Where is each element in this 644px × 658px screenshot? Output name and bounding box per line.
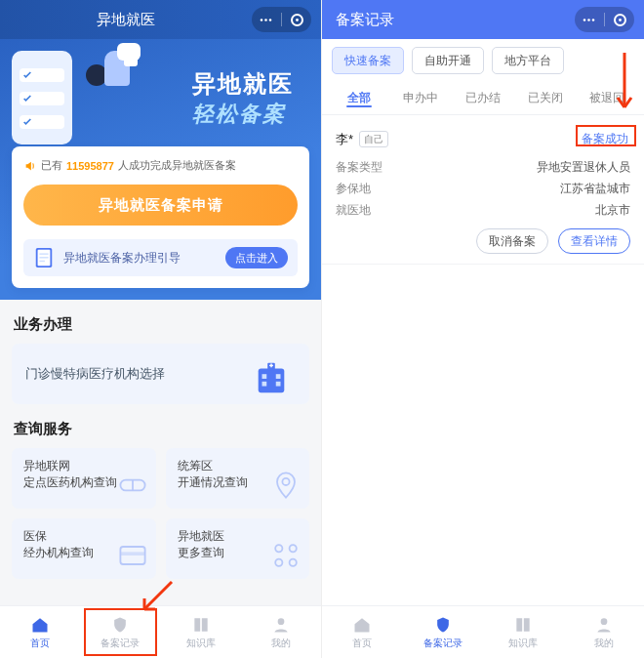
section-query: 查询服务 <box>14 420 307 438</box>
svg-point-30 <box>592 19 595 21</box>
hero-title-1: 异地就医 <box>192 68 294 100</box>
tab-records[interactable]: 备案记录 <box>80 606 160 658</box>
horn-icon <box>23 159 37 173</box>
enter-button[interactable]: 点击进入 <box>225 247 288 268</box>
svg-rect-8 <box>39 257 48 258</box>
page-title: 备案记录 <box>322 11 575 29</box>
tab-me[interactable]: 我的 <box>241 606 321 658</box>
svg-point-20 <box>282 478 289 485</box>
svg-point-28 <box>584 19 586 21</box>
cancel-button[interactable]: 取消备案 <box>476 228 548 254</box>
detail-button[interactable]: 查看详情 <box>558 228 630 254</box>
svg-point-23 <box>275 545 282 552</box>
svg-rect-16 <box>276 374 281 379</box>
relation-tag: 自己 <box>359 131 388 147</box>
biz-card-chronic[interactable]: 门诊慢特病医疗机构选择 <box>12 344 309 404</box>
query-card-0[interactable]: 异地联网定点医药机构查询 <box>12 448 156 509</box>
pill-icon <box>115 468 150 503</box>
svg-point-27 <box>278 618 285 625</box>
pill-row: 快速备案 自助开通 地方平台 <box>322 39 644 82</box>
query-card-2[interactable]: 医保经办机构查询 <box>12 518 156 579</box>
tab-kb[interactable]: 知识库 <box>483 606 564 658</box>
tab-me[interactable]: 我的 <box>564 606 645 658</box>
svg-point-25 <box>275 559 282 566</box>
pill-quick[interactable]: 快速备案 <box>332 47 404 74</box>
svg-rect-14 <box>262 374 267 379</box>
hero-title-2: 轻松备案 <box>192 100 294 129</box>
filter-closed[interactable]: 已关闭 <box>514 90 577 106</box>
hero-banner: 异地就医 轻松备案 已有 11595877 人成功完成异地就医备案 异地就医备案… <box>0 39 321 300</box>
record-name: 李* 自己 <box>336 131 388 148</box>
svg-point-0 <box>261 19 263 21</box>
query-card-3[interactable]: 异地就医更多查询 <box>166 518 310 579</box>
svg-rect-17 <box>276 382 281 387</box>
shield-icon <box>110 615 130 635</box>
record-item: 李* 自己 备案成功 备案类型异地安置退休人员 参保地江苏省盐城市 就医地北京市… <box>322 115 644 265</box>
phone-illustration <box>12 51 72 144</box>
card-icon <box>115 538 150 573</box>
capsule-menu[interactable] <box>252 7 311 32</box>
svg-point-2 <box>269 19 272 21</box>
svg-point-4 <box>296 19 299 21</box>
record-status: 备案成功 <box>580 129 630 149</box>
more-icon <box>259 13 273 27</box>
stat-line: 已有 11595877 人成功完成异地就医备案 <box>23 158 298 173</box>
tab-kb[interactable]: 知识库 <box>161 606 241 658</box>
pin-icon <box>268 468 303 503</box>
filter-processing[interactable]: 申办中 <box>390 90 453 106</box>
shield-icon <box>433 615 453 635</box>
book-icon <box>191 615 211 635</box>
svg-point-24 <box>290 545 297 552</box>
document-icon <box>33 246 55 269</box>
tab-bar-right: 首页 备案记录 知识库 我的 <box>322 605 644 658</box>
guide-card[interactable]: 异地就医备案办理引导 点击进入 <box>23 239 298 276</box>
more-icon <box>582 13 596 27</box>
book-icon <box>513 615 533 635</box>
filter-returned[interactable]: 被退回 <box>576 90 638 106</box>
svg-rect-13 <box>270 363 271 367</box>
home-icon <box>352 615 372 635</box>
more-grid-icon <box>268 538 303 573</box>
tab-home[interactable]: 首页 <box>322 606 403 658</box>
target-icon <box>290 13 304 27</box>
svg-point-1 <box>264 19 267 21</box>
home-icon <box>30 615 50 635</box>
filter-tabs: 全部 申办中 已办结 已关闭 被退回 <box>322 82 644 115</box>
user-icon <box>271 615 291 635</box>
svg-rect-7 <box>39 253 48 254</box>
svg-point-26 <box>290 559 297 566</box>
svg-rect-10 <box>259 369 285 393</box>
capsule-menu[interactable] <box>575 7 634 32</box>
section-business: 业务办理 <box>14 315 307 334</box>
target-icon <box>613 13 627 27</box>
guide-label: 异地就医备案办理引导 <box>63 250 217 267</box>
svg-rect-22 <box>120 552 144 555</box>
user-icon <box>594 615 614 635</box>
hospital-icon <box>253 359 290 396</box>
svg-rect-15 <box>262 382 267 387</box>
speech-bubble-icon <box>117 43 141 61</box>
svg-rect-9 <box>39 261 45 262</box>
tab-home[interactable]: 首页 <box>0 606 80 658</box>
page-title: 异地就医 <box>0 11 252 29</box>
svg-point-33 <box>600 618 607 625</box>
svg-point-32 <box>619 19 622 21</box>
pill-local[interactable]: 地方平台 <box>492 47 564 74</box>
svg-point-29 <box>587 19 590 21</box>
tab-records[interactable]: 备案记录 <box>403 606 484 658</box>
tab-bar-left: 首页 备案记录 知识库 我的 <box>0 605 321 658</box>
filter-done[interactable]: 已办结 <box>452 90 514 106</box>
query-card-1[interactable]: 统筹区开通情况查询 <box>166 448 310 509</box>
filter-all[interactable]: 全部 <box>328 90 390 106</box>
pill-self[interactable]: 自助开通 <box>412 47 484 74</box>
apply-button[interactable]: 异地就医备案申请 <box>23 185 298 226</box>
